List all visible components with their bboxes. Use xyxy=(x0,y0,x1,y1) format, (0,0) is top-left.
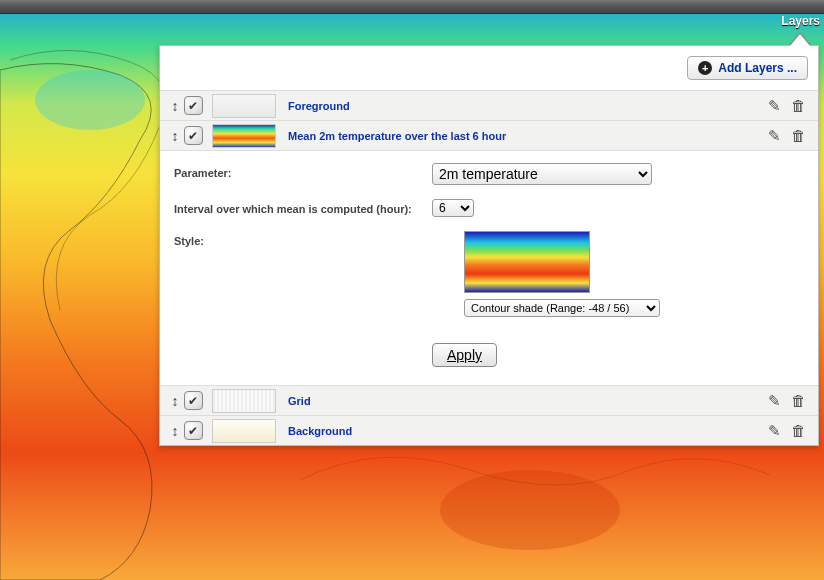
layer-details: Parameter: 2m temperature Interval over … xyxy=(160,151,818,386)
layer-thumbnail xyxy=(212,94,276,118)
edit-icon[interactable]: ✎ xyxy=(762,127,786,145)
drag-handle-icon[interactable]: ↕ xyxy=(168,423,182,439)
style-select[interactable]: Contour shade (Range: -48 / 56) xyxy=(464,299,660,317)
layer-name-link[interactable]: Background xyxy=(288,425,352,437)
style-label: Style: xyxy=(174,231,432,247)
svg-rect-3 xyxy=(465,232,589,292)
layer-row-mean2m: ↕ ✔ Mean 2m temperature over the last 6 … xyxy=(160,121,818,151)
trash-icon[interactable]: 🗑 xyxy=(786,97,810,114)
parameter-select[interactable]: 2m temperature xyxy=(432,163,652,185)
layer-row-background: ↕ ✔ Background ✎ 🗑 xyxy=(160,416,818,445)
trash-icon[interactable]: 🗑 xyxy=(786,392,810,409)
interval-label: Interval over which mean is computed (ho… xyxy=(174,199,432,215)
visibility-checkbox[interactable]: ✔ xyxy=(184,126,203,145)
svg-point-1 xyxy=(440,470,620,550)
layer-thumbnail xyxy=(212,389,276,413)
parameter-label: Parameter: xyxy=(174,163,432,179)
layer-name-link[interactable]: Mean 2m temperature over the last 6 hour xyxy=(288,130,506,142)
layers-panel: + Add Layers ... ↕ ✔ Foreground ✎ 🗑 ↕ ✔ … xyxy=(159,45,819,446)
visibility-checkbox[interactable]: ✔ xyxy=(184,391,203,410)
layer-row-foreground: ↕ ✔ Foreground ✎ 🗑 xyxy=(160,91,818,121)
trash-icon[interactable]: 🗑 xyxy=(786,422,810,439)
add-layers-button[interactable]: + Add Layers ... xyxy=(687,56,808,80)
panel-toolbar: + Add Layers ... xyxy=(160,46,818,91)
edit-icon[interactable]: ✎ xyxy=(762,422,786,440)
plus-icon: + xyxy=(698,61,712,75)
edit-icon[interactable]: ✎ xyxy=(762,392,786,410)
drag-handle-icon[interactable]: ↕ xyxy=(168,98,182,114)
drag-handle-icon[interactable]: ↕ xyxy=(168,393,182,409)
trash-icon[interactable]: 🗑 xyxy=(786,127,810,144)
apply-button[interactable]: Apply xyxy=(432,343,497,367)
layer-name-link[interactable]: Grid xyxy=(288,395,311,407)
svg-point-2 xyxy=(35,70,145,130)
visibility-checkbox[interactable]: ✔ xyxy=(184,421,203,440)
layer-row-grid: ↕ ✔ Grid ✎ 🗑 xyxy=(160,386,818,416)
edit-icon[interactable]: ✎ xyxy=(762,97,786,115)
drag-handle-icon[interactable]: ↕ xyxy=(168,128,182,144)
app-top-bar xyxy=(0,0,824,14)
layers-tab[interactable]: Layers xyxy=(781,14,820,28)
style-preview xyxy=(464,231,590,293)
layer-name-link[interactable]: Foreground xyxy=(288,100,350,112)
add-layers-label: Add Layers ... xyxy=(718,61,797,75)
visibility-checkbox[interactable]: ✔ xyxy=(184,96,203,115)
layer-thumbnail xyxy=(212,124,276,148)
layer-thumbnail xyxy=(212,419,276,443)
interval-select[interactable]: 6 xyxy=(432,199,474,217)
